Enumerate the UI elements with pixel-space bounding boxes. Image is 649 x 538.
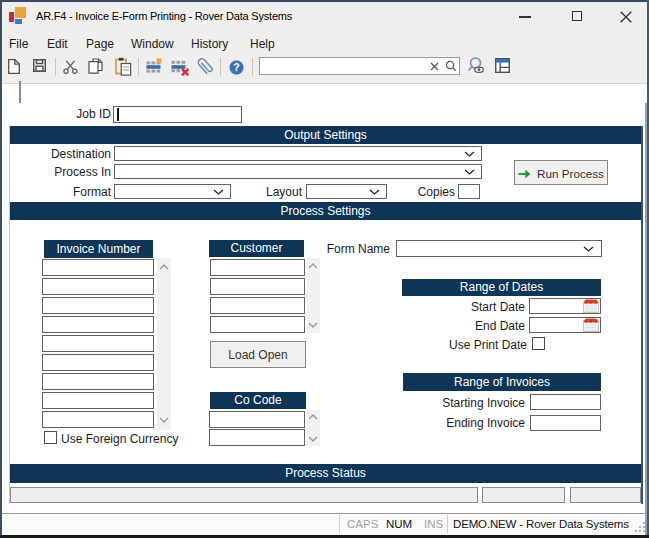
svg-text:?: ? — [233, 61, 239, 73]
